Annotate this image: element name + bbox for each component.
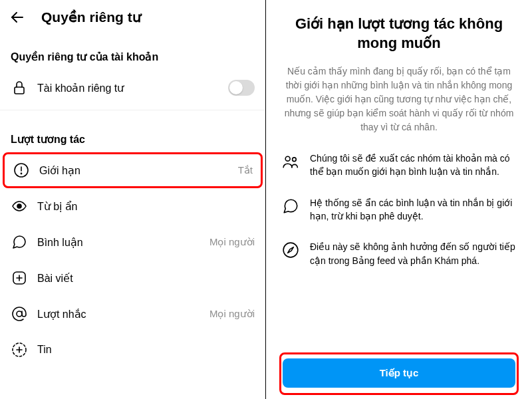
divider [0,110,265,110]
posts-row[interactable]: Bài viết [0,260,265,296]
people-icon [282,153,299,170]
svg-point-5 [17,204,21,208]
section-interactions: Lượt tương tác [0,114,265,152]
private-account-label: Tài khoản riêng tư [37,82,219,94]
limits-value: Tắt [238,164,253,176]
info-row-groups: Chúng tôi sẽ đề xuất các nhóm tài khoản … [279,152,519,179]
lock-icon [11,79,28,96]
mentions-row[interactable]: Lượt nhắc Mọi người [0,296,265,332]
hidden-words-row[interactable]: Từ bị ẩn [0,188,265,224]
limits-label: Giới hạn [39,164,229,177]
svg-point-14 [293,158,297,162]
svg-marker-16 [288,247,294,253]
eye-off-icon [11,198,28,215]
continue-button[interactable]: Tiếp tục [283,358,515,388]
comments-label: Bình luận [37,236,200,249]
svg-rect-1 [15,87,24,94]
info-text-reach: Điều này sẽ không ảnh hưởng đến số người… [310,240,516,267]
arrow-left-icon [9,9,25,25]
private-account-row[interactable]: Tài khoản riêng tư [0,70,265,106]
svg-point-9 [17,311,22,317]
plus-circle-icon [11,341,28,358]
section-account-privacy: Quyền riêng tư của tài khoản [0,32,265,70]
privacy-settings-screen: Quyền riêng tư Quyền riêng tư của tài kh… [0,0,266,399]
back-button[interactable] [9,9,25,25]
info-row-reach: Điều này sẽ không ảnh hưởng đến số người… [279,240,519,267]
stories-row[interactable]: Tin [0,332,265,368]
compass-icon [282,241,299,259]
comments-row[interactable]: Bình luận Mọi người [0,224,265,260]
continue-highlight: Tiếp tục [279,352,519,395]
private-account-toggle[interactable] [228,80,255,96]
info-text-hidden: Hệ thống sẽ ẩn các bình luận và tin nhắn… [310,196,516,223]
mentions-label: Lượt nhắc [37,308,200,321]
page-title: Quyền riêng tư [41,9,141,25]
limits-description: Nếu cảm thấy mình đang bị quấy rối, bạn … [279,65,519,134]
at-sign-icon [11,305,28,323]
svg-point-15 [283,243,298,258]
stories-label: Tin [37,344,255,356]
info-text-groups: Chúng tôi sẽ đề xuất các nhóm tài khoản … [310,152,516,179]
header: Quyền riêng tư [0,0,265,32]
posts-label: Bài viết [37,272,255,285]
mentions-value: Mọi người [209,308,255,320]
info-row-hidden: Hệ thống sẽ ẩn các bình luận và tin nhắn… [279,196,519,223]
limits-title: Giới hạn lượt tương tác không mong muốn [279,15,519,53]
hidden-words-label: Từ bị ẩn [37,200,255,213]
alert-circle-icon [13,162,30,179]
svg-point-13 [285,156,290,161]
comment-icon [11,233,28,251]
chat-icon [282,198,299,215]
limits-intro-screen: Giới hạn lượt tương tác không mong muốn … [266,0,532,399]
plus-square-icon [11,269,28,287]
comments-value: Mọi người [209,236,255,248]
limits-row[interactable]: Giới hạn Tắt [3,152,263,188]
svg-point-4 [21,173,21,174]
